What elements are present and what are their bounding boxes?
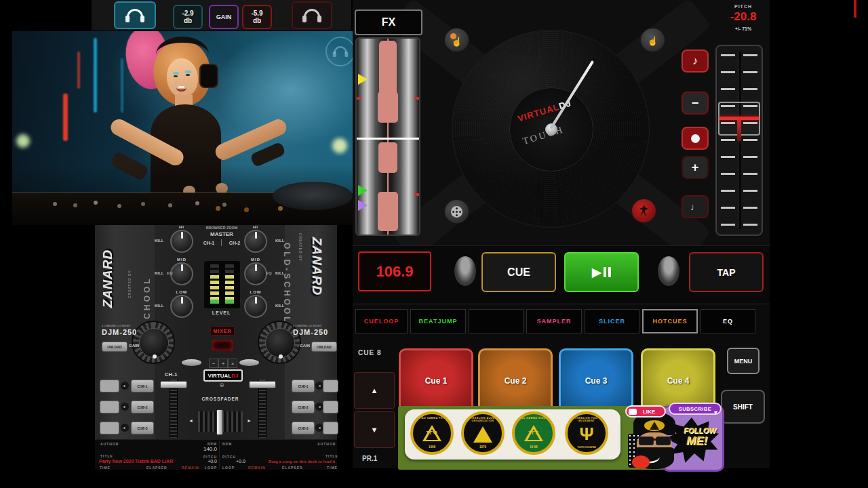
track-waveform-strip[interactable] [355, 37, 420, 236]
volume-fader-left-cap[interactable] [160, 381, 187, 388]
video-scratch-button[interactable] [444, 199, 469, 224]
close-button[interactable]: × [228, 359, 237, 368]
cue-1-button-right[interactable]: CUE-1 [292, 380, 315, 392]
eq-low-knob-left[interactable] [170, 295, 193, 318]
unload-button-right[interactable]: UNLOAD [311, 342, 337, 352]
eq-mid-knob-left[interactable] [170, 262, 193, 285]
headphone-cue-right-button[interactable] [292, 1, 332, 29]
ch2-meter-label: CH-2 [224, 241, 245, 245]
record-button[interactable] [682, 127, 709, 150]
crossfader-cap[interactable] [216, 409, 223, 435]
time-label: TIME [327, 466, 338, 470]
eq-hi-knob-left[interactable] [170, 230, 193, 253]
zoom-plus-button[interactable]: + [218, 359, 228, 368]
stage-light [332, 138, 347, 153]
eq-hi-knob-right[interactable] [244, 230, 267, 253]
pad-blank-button[interactable] [323, 401, 338, 413]
dance-mode-button[interactable] [631, 199, 656, 223]
play-pause-button[interactable]: ▶ [564, 252, 639, 292]
cue-3-button-left[interactable]: CUE-3 [131, 422, 154, 434]
loop-mark [357, 97, 361, 100]
gain-button[interactable]: GAIN [209, 5, 239, 29]
cue-3-button-right[interactable]: CUE-3 [292, 422, 315, 434]
loop-label: LOOP [222, 466, 235, 470]
pad-blank-button[interactable] [100, 401, 119, 413]
tab-beatjump[interactable]: BEATJUMP [410, 309, 466, 333]
cue-button[interactable]: CUE [481, 252, 556, 292]
fx-button[interactable]: FX [355, 9, 422, 35]
metronome-button[interactable]: ♩ [682, 195, 709, 218]
stage-light [16, 134, 30, 148]
eq-mid-knob-right[interactable] [244, 262, 267, 285]
eq-low-knob-right[interactable] [244, 295, 267, 318]
cue-2-button-left[interactable]: CUE-2 [131, 401, 154, 413]
waveform-blob [378, 192, 398, 231]
tab-sampler[interactable]: SAMPLER [526, 309, 582, 333]
eq-low-label: LOW [168, 290, 195, 294]
pitch-slider[interactable] [715, 45, 763, 236]
dj-girl-photo [12, 31, 353, 225]
jog-knob-right[interactable] [657, 256, 680, 287]
tap-button[interactable]: TAP [689, 252, 764, 292]
loop-mark [414, 97, 419, 100]
cue-1-button-left[interactable]: CUE-1 [131, 380, 154, 392]
divider [219, 441, 220, 468]
tau-gamma-sigma-logo: TAU GAMMA SIGMA ΤΓΣ 19 68 [512, 411, 555, 455]
crossfader-right-arrow-icon: ► [247, 418, 252, 423]
menu-button[interactable]: MENU [727, 348, 760, 374]
monitor-db-right-button[interactable]: -5.9 db [242, 5, 272, 29]
cue-arrow-knob[interactable]: ► [121, 403, 129, 411]
pitch-handle-stem [737, 119, 741, 141]
waveform-blob [379, 41, 397, 99]
tab-eq[interactable]: EQ [701, 309, 755, 333]
monitor-top-bar: -2.9 db GAIN -5.9 db [92, 0, 351, 30]
pad-page-down-button[interactable]: ▼ [354, 411, 395, 448]
monitor-db-left-button[interactable]: -2.9 db [173, 5, 203, 29]
pad-blank-button[interactable] [100, 380, 119, 392]
kill-label: KILL [155, 304, 163, 308]
keylock-button[interactable]: ♪ [682, 49, 709, 73]
beanie-emblem [644, 420, 665, 431]
close-icon: × [231, 361, 235, 367]
tab-cueloop[interactable]: CUELOOP [355, 309, 408, 333]
pad-blank-button[interactable] [100, 422, 119, 434]
volume-fader-right-cap[interactable] [249, 381, 276, 388]
tab-slicer[interactable]: SLICER [585, 309, 639, 333]
cue-arrow-knob[interactable]: ► [121, 424, 129, 432]
vinyl-touch-text: TOUCH [521, 124, 566, 147]
cue-arrow-knob[interactable]: ► [121, 382, 129, 390]
pitch-range: +/- 71% [719, 26, 768, 31]
pitch-value: -20.8 [719, 10, 768, 24]
cue-2-button-right[interactable]: CUE-2 [292, 401, 315, 413]
deck-gain-knob-left[interactable] [132, 321, 175, 364]
pitch-plus-button[interactable]: + [682, 156, 709, 179]
transport-row: 106.9 CUE ▶ TAP [353, 245, 770, 304]
film-reel-icon [451, 206, 462, 218]
touch-mode-left-button[interactable]: ☝ [444, 28, 469, 52]
touch-mode-right-button[interactable]: ☝ [640, 28, 665, 52]
jog-knob-left[interactable] [454, 256, 477, 287]
pitch-minus-button[interactable]: − [682, 92, 709, 115]
tau-gamma-phi-logo: TAU GAMMA PHI ΤΓΦ 1968 [410, 411, 454, 455]
pad-blank-button[interactable] [323, 422, 338, 434]
headphone-cue-left-button[interactable] [114, 1, 156, 29]
hotcue-pad-2[interactable]: Cue 2 [478, 348, 553, 413]
zoom-minus-button[interactable]: − [209, 359, 218, 368]
pad-page-up-button[interactable]: ▲ [354, 372, 395, 409]
headphones-icon [127, 9, 143, 22]
vinyl-label: VIRTUALDJ TOUCH [509, 87, 593, 171]
pitch-label: PITCH [719, 4, 768, 9]
tab-blank[interactable] [469, 309, 524, 333]
unload-button-left[interactable]: UNLOAD [102, 342, 127, 352]
eq-hi-label: HI [168, 225, 195, 229]
vinyl-jog-wheel[interactable]: VIRTUALDJ TOUCH [452, 30, 650, 228]
level-meter [203, 260, 241, 309]
bpm-value: 140.0 [197, 446, 217, 452]
hotcue-pad-1[interactable]: Cue 1 [399, 348, 473, 413]
pfl-oval-left[interactable] [182, 359, 201, 366]
record-dot-icon [691, 134, 700, 143]
shift-button[interactable]: SHIFT [721, 390, 765, 424]
pad-blank-button[interactable] [323, 380, 338, 392]
pfl-oval-right[interactable] [239, 359, 259, 366]
tab-hotcues[interactable]: HOTCUES [642, 309, 698, 333]
